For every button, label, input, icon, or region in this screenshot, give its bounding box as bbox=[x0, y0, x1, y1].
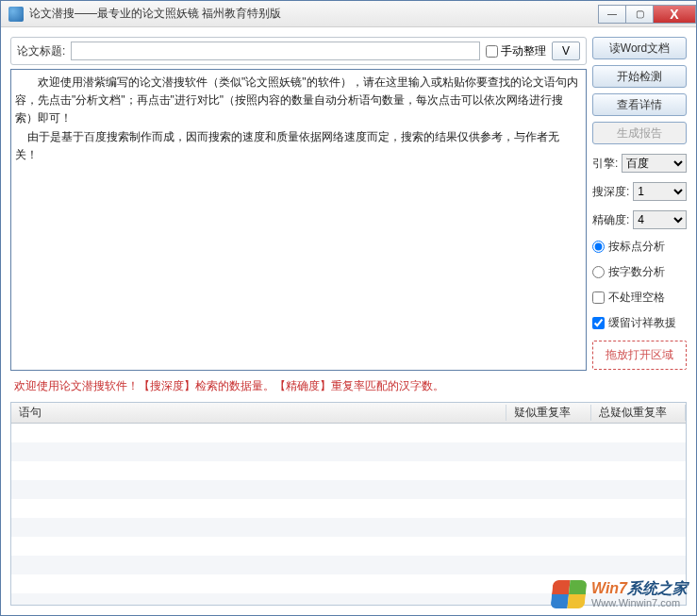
status-line: 欢迎使用论文潜搜软件！【搜深度】检索的数据量。【精确度】重复率匹配的汉字数。 bbox=[10, 376, 687, 396]
check-skip[interactable]: 缓留讨祥教援 bbox=[592, 315, 687, 331]
left-column: 论文标题: 手动整理 V 欢迎使用潜紫编写的论文潜搜软件（类似"论文照妖镜"的软… bbox=[10, 37, 587, 371]
manual-tidy-label: 手动整理 bbox=[501, 43, 546, 59]
window-controls: — ▢ X bbox=[599, 5, 696, 24]
check-skip-label: 缓留讨祥教援 bbox=[608, 315, 676, 331]
right-column: 读Word文档 开始检测 查看详情 生成报告 引擎: 百度 搜深度: 1 bbox=[592, 37, 687, 370]
close-button[interactable]: X bbox=[653, 5, 696, 24]
manual-tidy-checkbox[interactable]: 手动整理 bbox=[486, 43, 546, 59]
radio-chars-label: 按字数分析 bbox=[608, 264, 665, 280]
read-word-button[interactable]: 读Word文档 bbox=[592, 37, 687, 59]
results-table: 语句 疑似重复率 总疑似重复率 bbox=[10, 402, 687, 606]
content-textarea[interactable]: 欢迎使用潜紫编写的论文潜搜软件（类似"论文照妖镜"的软件），请在这里输入或粘贴你… bbox=[10, 69, 587, 371]
radio-punctuation[interactable]: 按标点分析 bbox=[592, 239, 687, 255]
check-skip-input[interactable] bbox=[592, 317, 605, 329]
check-nospace[interactable]: 不处理空格 bbox=[592, 290, 687, 306]
depth-label: 搜深度: bbox=[592, 184, 629, 200]
th-suspect-rate[interactable]: 疑似重复率 bbox=[506, 405, 591, 421]
radio-punct-input[interactable] bbox=[592, 241, 605, 253]
precision-row: 精确度: 4 bbox=[592, 210, 687, 229]
title-row: 论文标题: 手动整理 V bbox=[10, 37, 587, 65]
precision-select[interactable]: 4 bbox=[633, 210, 687, 229]
title-label: 论文标题: bbox=[17, 43, 65, 59]
app-icon bbox=[8, 7, 24, 22]
window-title: 论文潜搜——最专业的论文照妖镜 福州教育特别版 bbox=[29, 6, 599, 22]
th-total-rate[interactable]: 总疑似重复率 bbox=[591, 405, 686, 421]
minimize-button[interactable]: — bbox=[598, 5, 626, 24]
v-button[interactable]: V bbox=[552, 42, 580, 60]
th-statement[interactable]: 语句 bbox=[11, 405, 506, 421]
engine-select[interactable]: 百度 bbox=[622, 154, 687, 173]
precision-label: 精确度: bbox=[592, 212, 629, 228]
engine-label: 引擎: bbox=[592, 156, 618, 172]
check-nospace-input[interactable] bbox=[592, 291, 605, 304]
table-body[interactable] bbox=[11, 424, 686, 605]
radio-charcount[interactable]: 按字数分析 bbox=[592, 264, 687, 280]
check-nospace-label: 不处理空格 bbox=[608, 290, 665, 306]
radio-chars-input[interactable] bbox=[592, 266, 605, 278]
title-input[interactable] bbox=[71, 42, 480, 60]
generate-report-button: 生成报告 bbox=[592, 122, 687, 144]
content-area: 论文标题: 手动整理 V 欢迎使用潜紫编写的论文潜搜软件（类似"论文照妖镜"的软… bbox=[1, 27, 696, 615]
app-window: 论文潜搜——最专业的论文照妖镜 福州教育特别版 — ▢ X 论文标题: 手动整理… bbox=[0, 0, 697, 616]
maximize-button[interactable]: ▢ bbox=[625, 5, 654, 24]
depth-select[interactable]: 1 bbox=[633, 182, 687, 201]
depth-row: 搜深度: 1 bbox=[592, 182, 687, 201]
radio-punct-label: 按标点分析 bbox=[608, 239, 665, 255]
manual-tidy-input[interactable] bbox=[486, 45, 498, 58]
top-row: 论文标题: 手动整理 V 欢迎使用潜紫编写的论文潜搜软件（类似"论文照妖镜"的软… bbox=[10, 37, 687, 371]
titlebar: 论文潜搜——最专业的论文照妖镜 福州教育特别版 — ▢ X bbox=[1, 1, 696, 27]
table-header: 语句 疑似重复率 总疑似重复率 bbox=[11, 403, 686, 424]
start-check-button[interactable]: 开始检测 bbox=[592, 65, 687, 88]
drop-zone[interactable]: 拖放打开区域 bbox=[592, 341, 687, 370]
engine-row: 引擎: 百度 bbox=[592, 154, 687, 173]
view-detail-button[interactable]: 查看详情 bbox=[592, 93, 687, 116]
